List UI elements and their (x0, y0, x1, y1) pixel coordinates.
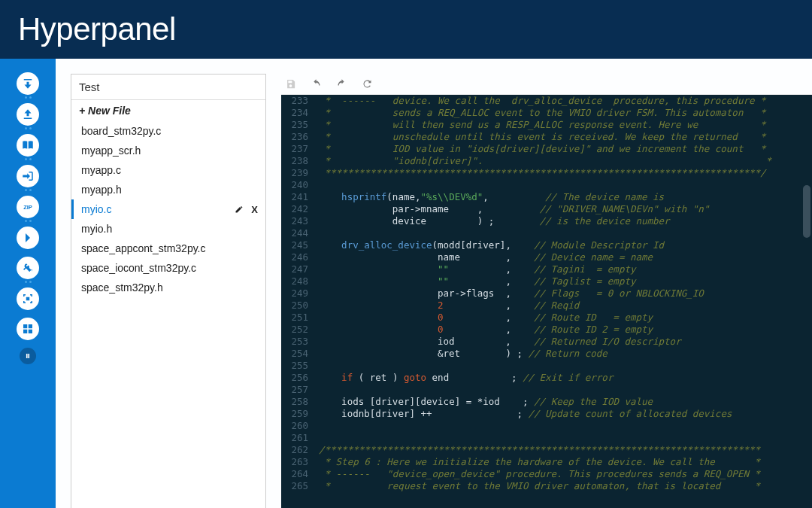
code-line: 240 (281, 179, 812, 191)
line-number: 265 (281, 480, 316, 492)
scroll-thumb[interactable] (803, 185, 810, 238)
target-icon[interactable] (17, 287, 39, 310)
code-text: par->flags , // Flags = 0 or NBLOCKING_I… (316, 287, 704, 300)
line-number: 252 (281, 324, 316, 336)
line-number: 262 (281, 444, 316, 456)
code-text: device ) ; // is the device number (316, 215, 670, 227)
code-text: 0 , // Route ID 2 = empty (316, 324, 653, 336)
sidebar-dots (20, 281, 35, 283)
code-text: "" , // Taglist = empty (316, 275, 635, 287)
code-line: 260 (281, 420, 812, 432)
file-name: myio.h (81, 223, 112, 235)
code-text: iodnb[driver] ++ ; // Update count of al… (316, 408, 732, 420)
sidebar-dots (20, 189, 35, 191)
tools-icon[interactable] (17, 257, 39, 279)
undo-button[interactable] (310, 78, 322, 90)
line-number: 250 (281, 300, 316, 312)
code-line: 255 (281, 360, 812, 372)
line-number: 245 (281, 239, 316, 251)
file-item[interactable]: myapp.h (71, 180, 265, 199)
file-list: board_stm32py.cmyapp_scr.hmyapp.cmyapp.h… (71, 121, 265, 297)
line-number: 234 (281, 107, 316, 119)
svg-text:ZIP: ZIP (23, 204, 32, 211)
new-file-button[interactable]: + New File (71, 100, 265, 121)
file-name: space_iocont_stm32py.c (81, 262, 196, 274)
sidebar-dots (20, 158, 35, 160)
code-line: 258 iods [driver][device] = *iod ; // Ke… (281, 396, 812, 408)
line-number: 238 (281, 155, 316, 167)
code-line: 259 iodnb[driver] ++ ; // Update count o… (281, 408, 812, 420)
code-text: if ( ret ) goto end ; // Exit if error (316, 372, 613, 384)
login-icon[interactable] (17, 165, 39, 187)
code-line: 256 if ( ret ) goto end ; // Exit if err… (281, 372, 812, 384)
reload-button[interactable] (361, 78, 373, 90)
download-icon[interactable] (17, 72, 39, 95)
code-text: "" , // Tagini = empty (316, 263, 635, 275)
code-text: drv_alloc_device(modd[driver], // Module… (316, 239, 664, 251)
code-text (316, 420, 319, 432)
line-number: 242 (281, 203, 316, 215)
code-line: 234 * sends a REQ_ALLOC event to the VMI… (281, 107, 812, 119)
file-tree: Test + New File board_stm32py.cmyapp_scr… (71, 74, 266, 508)
code-line: 253 iod , // Returned I/O descriptor (281, 336, 812, 348)
app-title: Hyperpanel (18, 11, 176, 47)
file-item[interactable]: myapp.c (71, 160, 265, 180)
line-number: 236 (281, 131, 316, 143)
line-number: 240 (281, 179, 316, 191)
edit-icon[interactable] (235, 205, 244, 214)
file-name: board_stm32py.c (81, 125, 161, 137)
code-editor[interactable]: 233 * ------ device. We call the drv_all… (281, 95, 812, 508)
code-text: * IOD value in "iods[driver][devive]" an… (316, 143, 766, 155)
code-line: 242 par->mname , // "DRIVER_NAME\DEVn" w… (281, 203, 812, 215)
file-item[interactable]: space_iocont_stm32py.c (71, 258, 265, 278)
code-text: 0 , // Route ID = empty (316, 312, 653, 324)
file-item[interactable]: space_stm32py.h (71, 278, 265, 297)
grid-icon[interactable] (17, 318, 39, 340)
line-number: 254 (281, 348, 316, 360)
app-header: Hyperpanel (0, 0, 812, 59)
upload-icon[interactable] (17, 103, 39, 126)
pause-icon[interactable] (20, 348, 36, 364)
expand-icon[interactable] (17, 227, 39, 249)
book-icon[interactable] (17, 134, 39, 157)
file-item[interactable]: myio.h (71, 219, 265, 239)
line-number: 247 (281, 263, 316, 275)
code-line: 236 * unschedule until this event is rec… (281, 131, 812, 143)
code-text: iods [driver][device] = *iod ; // Keep t… (316, 396, 653, 408)
code-text: * sends a REQ_ALLOC event to the VMIO dr… (316, 107, 766, 119)
file-name: myapp.c (81, 164, 121, 176)
file-item[interactable]: board_stm32py.c (71, 121, 265, 141)
code-line: 247 "" , // Tagini = empty (281, 263, 812, 275)
code-text: par->mname , // "DRIVER_NAME\DEVn" with … (316, 203, 709, 215)
code-line: 248 "" , // Taglist = empty (281, 275, 812, 287)
code-line: 264 * ------ "device_open_device" proced… (281, 468, 812, 480)
code-text: * "iodnb[driver]". * (316, 155, 771, 167)
file-item[interactable]: space_appcont_stm32py.c (71, 239, 265, 258)
redo-button[interactable] (335, 78, 347, 90)
file-item[interactable]: myio.cX (71, 199, 265, 219)
code-text: name , // Device name = name (316, 251, 653, 263)
close-icon[interactable]: X (251, 204, 258, 215)
file-name: space_appcont_stm32py.c (81, 242, 206, 254)
editor-scrollbar[interactable] (803, 95, 810, 508)
code-line: 243 device ) ; // is the device number (281, 215, 812, 227)
code-line: 265 * request event to the VMIO driver a… (281, 480, 812, 492)
code-text: * ------ device. We call the drv_alloc_d… (316, 95, 766, 107)
file-name: myapp_scr.h (81, 144, 141, 157)
code-text (316, 432, 319, 444)
file-actions: X (235, 204, 258, 215)
line-number: 235 (281, 119, 316, 131)
workspace: Test + New File board_stm32py.cmyapp_scr… (56, 59, 812, 508)
code-line: 251 0 , // Route ID = empty (281, 312, 812, 324)
code-line: 263 * Step 6 : Here we initialize the ha… (281, 456, 812, 468)
code-line: 237 * IOD value in "iods[driver][devive]… (281, 143, 812, 155)
save-button[interactable] (284, 78, 296, 90)
code-line: 254 &ret ) ; // Return code (281, 348, 812, 360)
line-number: 249 (281, 287, 316, 300)
code-line: 246 name , // Device name = name (281, 251, 812, 263)
code-line: 257 (281, 384, 812, 396)
line-number: 241 (281, 191, 316, 203)
file-item[interactable]: myapp_scr.h (71, 141, 265, 160)
zip-icon[interactable]: ZIP (17, 196, 39, 218)
sidebar-dots (20, 127, 35, 129)
